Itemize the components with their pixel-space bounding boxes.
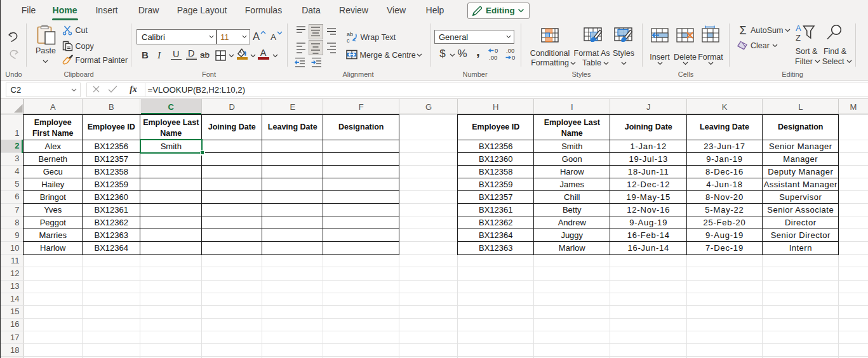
svg-text:.00: .00	[489, 54, 497, 61]
svg-text:0: 0	[512, 54, 515, 61]
svg-text:A: A	[796, 23, 801, 33]
svg-text:Z: Z	[796, 33, 801, 43]
svg-text:c: c	[347, 37, 350, 44]
svg-text:ab: ab	[347, 31, 353, 37]
svg-text:0: 0	[495, 47, 498, 54]
svg-text:.00: .00	[506, 47, 514, 54]
